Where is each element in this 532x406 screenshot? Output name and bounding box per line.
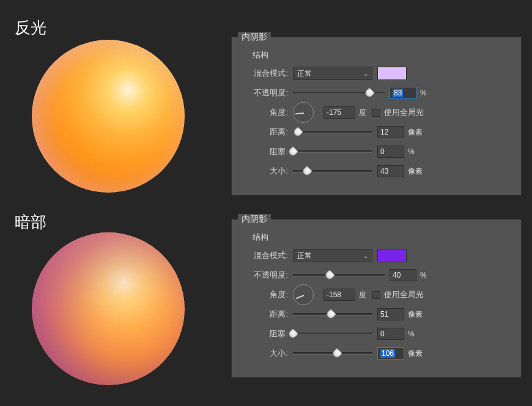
opacity-slider[interactable] bbox=[293, 274, 385, 276]
unit-percent: % bbox=[420, 89, 427, 97]
slider-thumb[interactable] bbox=[325, 308, 337, 320]
global-light-checkbox[interactable] bbox=[372, 291, 380, 299]
panel-subtitle: 结构 bbox=[253, 232, 512, 243]
unit-degree: 度 bbox=[359, 290, 366, 300]
opacity-input[interactable]: 83 bbox=[390, 87, 416, 99]
label-distance: 距离: bbox=[240, 309, 293, 320]
choke-slider[interactable] bbox=[293, 150, 372, 153]
inner-shadow-panel-1: 内阴影 结构 混合模式: 正常 ⌄ 不透明度: 83 % 角度: -175 度 … bbox=[231, 37, 522, 196]
blend-mode-value: 正常 bbox=[297, 251, 312, 261]
angle-needle bbox=[296, 295, 305, 299]
slider-thumb[interactable] bbox=[301, 165, 313, 177]
blend-mode-select[interactable]: 正常 ⌄ bbox=[293, 249, 372, 262]
distance-input[interactable]: 51 bbox=[377, 308, 404, 320]
preview-sphere-shadow bbox=[32, 232, 185, 385]
choke-input[interactable]: 0 bbox=[377, 328, 404, 340]
choke-slider[interactable] bbox=[293, 333, 372, 335]
blend-mode-select[interactable]: 正常 ⌄ bbox=[293, 67, 372, 80]
choke-input[interactable]: 0 bbox=[377, 146, 404, 158]
size-input[interactable]: 106 bbox=[377, 347, 404, 360]
unit-degree: 度 bbox=[359, 108, 366, 118]
angle-dial[interactable] bbox=[293, 102, 314, 123]
label-blend-mode: 混合模式: bbox=[240, 68, 293, 79]
label-choke: 阻塞: bbox=[240, 146, 293, 157]
label-opacity: 不透明度: bbox=[240, 87, 293, 98]
label-shadow: 暗部 bbox=[15, 212, 46, 233]
size-slider[interactable] bbox=[293, 170, 372, 172]
slider-thumb[interactable] bbox=[331, 347, 343, 360]
label-size: 大小: bbox=[240, 348, 293, 359]
size-slider[interactable] bbox=[293, 352, 372, 355]
unit-pixel: 像素 bbox=[408, 309, 423, 320]
label-global-light: 使用全局光 bbox=[384, 107, 424, 118]
distance-slider[interactable] bbox=[293, 131, 372, 133]
chevron-down-icon: ⌄ bbox=[363, 70, 368, 77]
label-choke: 阻塞: bbox=[240, 328, 293, 339]
distance-slider[interactable] bbox=[293, 313, 372, 316]
global-light-checkbox[interactable] bbox=[372, 109, 380, 117]
chevron-down-icon: ⌄ bbox=[363, 253, 368, 259]
size-input[interactable]: 43 bbox=[377, 165, 404, 177]
angle-input[interactable]: -158 bbox=[323, 289, 355, 301]
angle-input[interactable]: -175 bbox=[323, 106, 355, 119]
label-angle: 角度: bbox=[240, 289, 293, 300]
slider-thumb[interactable] bbox=[292, 126, 304, 138]
distance-input[interactable]: 12 bbox=[377, 126, 404, 138]
label-size: 大小: bbox=[240, 166, 293, 177]
unit-percent: % bbox=[420, 271, 427, 279]
slider-thumb[interactable] bbox=[323, 269, 336, 281]
panel-title: 内阴影 bbox=[238, 214, 271, 225]
unit-pixel: 像素 bbox=[408, 349, 423, 359]
unit-pixel: 像素 bbox=[408, 127, 423, 138]
label-distance: 距离: bbox=[240, 127, 293, 138]
color-swatch[interactable] bbox=[377, 249, 407, 262]
angle-dial[interactable] bbox=[293, 284, 314, 305]
label-blend-mode: 混合模式: bbox=[240, 250, 293, 261]
unit-pixel: 像素 bbox=[408, 166, 423, 177]
opacity-slider[interactable] bbox=[293, 92, 385, 94]
opacity-input[interactable]: 40 bbox=[390, 269, 416, 281]
unit-percent: % bbox=[408, 147, 415, 156]
label-reflection: 反光 bbox=[15, 17, 46, 39]
slider-thumb[interactable] bbox=[363, 87, 375, 99]
blend-mode-value: 正常 bbox=[297, 68, 312, 79]
unit-percent: % bbox=[408, 330, 415, 338]
label-angle: 角度: bbox=[240, 107, 293, 118]
inner-shadow-panel-2: 内阴影 结构 混合模式: 正常 ⌄ 不透明度: 40 % 角度: -158 度 … bbox=[231, 219, 522, 378]
angle-needle bbox=[295, 113, 304, 114]
label-opacity: 不透明度: bbox=[240, 270, 293, 281]
color-swatch[interactable] bbox=[377, 67, 407, 80]
panel-subtitle: 结构 bbox=[253, 50, 512, 61]
panel-title: 内阴影 bbox=[238, 32, 271, 43]
label-global-light: 使用全局光 bbox=[384, 289, 424, 300]
preview-sphere-reflection bbox=[32, 40, 185, 193]
